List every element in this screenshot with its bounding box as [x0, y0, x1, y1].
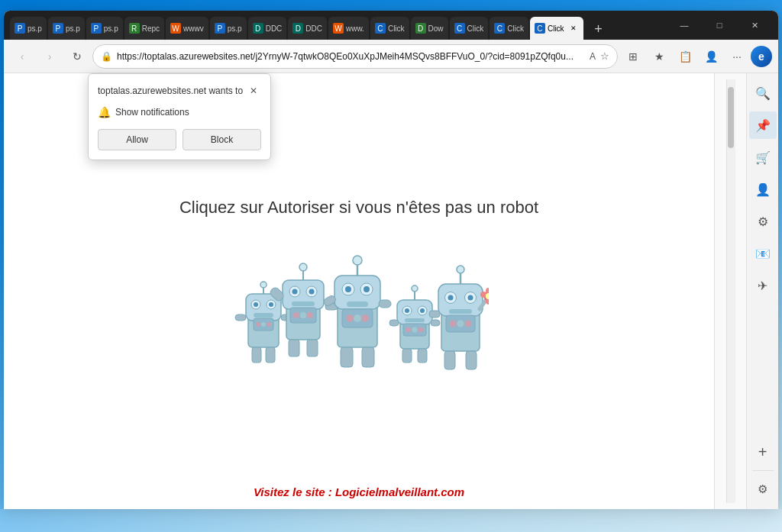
- svg-rect-8: [254, 313, 273, 318]
- svg-point-80: [465, 320, 472, 327]
- svg-rect-82: [466, 351, 477, 369]
- popup-buttons: Allow Block: [98, 129, 261, 150]
- svg-point-63: [418, 327, 424, 332]
- tab-3[interactable]: P ps.p: [86, 17, 123, 40]
- tab-2[interactable]: P ps.p: [48, 17, 85, 40]
- edge-sidebar: 🔍 📌 🛒 👤 ⚙ 📧 ✈ + ⚙: [746, 73, 778, 509]
- tab-14-active[interactable]: C Click ✕: [530, 17, 583, 40]
- svg-rect-83: [429, 311, 440, 318]
- profile-button[interactable]: 👤: [699, 44, 723, 69]
- page-main-text: Cliquez sur Autoriser si vous n'êtes pas…: [179, 198, 538, 218]
- tab-13[interactable]: C Click: [490, 17, 528, 40]
- scrollbar-thumb[interactable]: [728, 87, 734, 148]
- maximize-button[interactable]: □: [702, 13, 737, 37]
- tab-2-label: ps.p: [66, 24, 80, 33]
- tab-8-label: DDC: [305, 24, 322, 33]
- collections-button[interactable]: 📋: [673, 44, 697, 69]
- forward-button[interactable]: ›: [37, 44, 62, 69]
- tab-2-favicon: P: [53, 23, 63, 34]
- new-tab-button[interactable]: +: [588, 18, 609, 40]
- svg-point-27: [293, 312, 299, 318]
- sidebar-add-icon[interactable]: +: [749, 438, 777, 466]
- svg-point-6: [254, 302, 258, 307]
- tab-7-favicon: D: [253, 23, 263, 34]
- svg-point-28: [300, 312, 306, 318]
- svg-point-20: [299, 263, 307, 271]
- tab-6[interactable]: P ps.p: [210, 17, 247, 40]
- navigation-bar: ‹ › ↻ 🔒 https://toptalas.azurewebsites.n…: [4, 40, 778, 73]
- back-button[interactable]: ‹: [10, 44, 34, 69]
- close-button[interactable]: ✕: [737, 13, 772, 37]
- sidebar-telegram-icon[interactable]: ✈: [749, 272, 777, 299]
- tab-9-favicon: W: [333, 23, 344, 34]
- allow-button[interactable]: Allow: [98, 129, 176, 150]
- svg-point-23: [292, 289, 298, 294]
- tab-13-label: Click: [507, 24, 524, 33]
- minimize-button[interactable]: —: [667, 13, 702, 37]
- tab-1-favicon: P: [15, 23, 25, 34]
- popup-close-button[interactable]: ✕: [246, 83, 261, 98]
- tab-12-label: Click: [467, 24, 484, 33]
- tab-5[interactable]: W wwwv: [166, 17, 208, 40]
- tab-1-label: ps.p: [27, 24, 42, 33]
- sidebar-profile-icon[interactable]: 👤: [749, 176, 777, 203]
- svg-point-45: [354, 314, 361, 322]
- tab-6-favicon: P: [215, 23, 225, 34]
- tab-10[interactable]: C Click: [370, 17, 409, 40]
- svg-point-10: [256, 322, 260, 327]
- tab-8-favicon: D: [292, 23, 303, 34]
- svg-point-24: [309, 289, 315, 294]
- tab-4-label: Repc: [142, 24, 160, 33]
- reader-mode-icon[interactable]: A: [590, 51, 596, 62]
- sidebar-shopping-icon[interactable]: 🛒: [749, 143, 777, 171]
- address-bar[interactable]: 🔒 https://toptalas.azurewebsites.net/j2Y…: [92, 44, 618, 69]
- split-screen-button[interactable]: ⊞: [621, 44, 645, 69]
- tab-9-label: www.: [346, 24, 364, 33]
- tab-11-label: Dow: [428, 24, 444, 33]
- tab-6-label: ps.p: [228, 24, 242, 33]
- edge-profile-icon[interactable]: e: [751, 46, 772, 67]
- svg-rect-67: [431, 320, 440, 326]
- svg-point-11: [261, 322, 266, 327]
- svg-point-12: [267, 322, 271, 327]
- svg-rect-59: [405, 318, 425, 322]
- svg-point-40: [345, 286, 351, 292]
- more-options-button[interactable]: ···: [725, 44, 749, 69]
- popup-title: toptalas.azurewebsites.net wants to: [98, 85, 243, 96]
- sidebar-divider: [752, 470, 774, 471]
- svg-point-41: [364, 286, 370, 292]
- svg-rect-64: [402, 349, 412, 363]
- tab-7[interactable]: D DDC: [248, 17, 287, 40]
- window-controls: — □ ✕: [667, 13, 772, 37]
- tab-14-favicon: C: [535, 23, 545, 34]
- sidebar-search-icon[interactable]: 🔍: [749, 79, 777, 107]
- block-button[interactable]: Block: [183, 129, 261, 150]
- svg-point-71: [457, 266, 464, 273]
- sidebar-bottom-settings-icon[interactable]: ⚙: [749, 476, 777, 503]
- svg-rect-50: [379, 300, 391, 308]
- tab-11-favicon: D: [415, 23, 426, 34]
- tab-10-favicon: C: [375, 23, 386, 34]
- sidebar-settings-cog-icon[interactable]: ⚙: [749, 208, 777, 235]
- refresh-button[interactable]: ↻: [65, 44, 89, 69]
- favorites-icon[interactable]: ☆: [600, 50, 609, 62]
- right-sidebar: [714, 73, 746, 509]
- tab-9[interactable]: W www.: [328, 17, 369, 40]
- address-text: https://toptalas.azurewebsites.net/j2Yrn…: [117, 51, 585, 62]
- tab-1[interactable]: P ps.p: [10, 17, 47, 40]
- svg-point-62: [412, 327, 418, 332]
- add-favorites-button[interactable]: ★: [647, 44, 671, 69]
- tab-3-label: ps.p: [104, 24, 118, 33]
- svg-point-74: [448, 295, 454, 300]
- svg-point-88: [480, 292, 486, 298]
- svg-point-79: [457, 320, 464, 327]
- svg-rect-66: [389, 320, 399, 326]
- tab-14-close[interactable]: ✕: [568, 23, 579, 34]
- tab-8[interactable]: D DDC: [288, 17, 327, 40]
- sidebar-collections-icon[interactable]: 📌: [749, 111, 777, 139]
- taskbar: [0, 509, 782, 532]
- tab-4[interactable]: R Repc: [124, 17, 164, 40]
- tab-12[interactable]: C Click: [450, 17, 489, 40]
- sidebar-outlook-icon[interactable]: 📧: [749, 240, 777, 267]
- tab-11[interactable]: D Dow: [411, 17, 448, 40]
